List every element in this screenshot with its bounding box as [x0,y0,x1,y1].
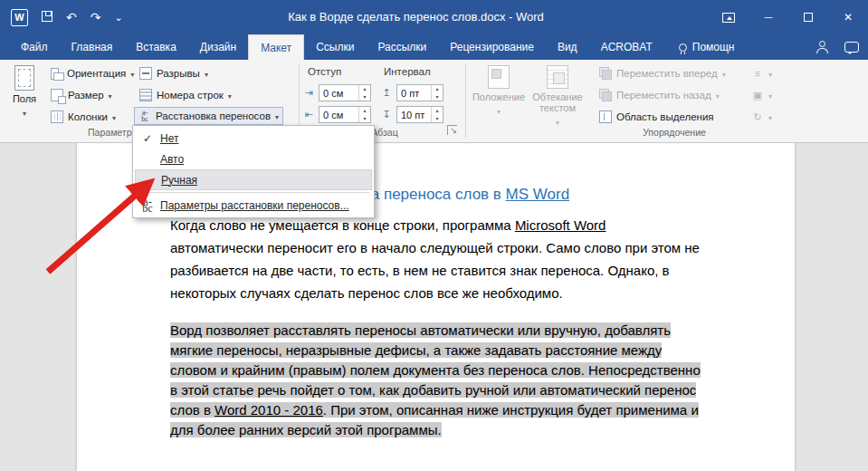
window-title: Как в Ворде сделать перенос слов.docx - … [136,0,696,34]
chevron-down-icon [112,111,116,122]
tab-view[interactable]: Вид [546,34,589,60]
group-separator [465,63,466,138]
red-arrow [32,165,176,283]
tab-design[interactable]: Дизайн [188,34,248,60]
bring-forward-button[interactable]: Переместить вперед [596,64,730,82]
columns-button[interactable]: Колонки [47,108,119,126]
chevron-down-icon [556,116,559,129]
breaks-label: Разрывы [157,68,200,79]
maximize-icon [804,13,813,22]
bring-forward-label: Переместить вперед [616,68,718,79]
indent-right-input[interactable]: 0 см ▴▾ [319,106,371,123]
wrap-text-label: Обтекание текстом [529,91,587,113]
tab-bar-right [816,34,859,60]
indent-left-value: 0 см [323,88,343,99]
spin-up-button[interactable]: ▴ [359,107,370,115]
indent-right-icon: ⇤ [302,109,315,120]
page-size-icon [51,89,63,101]
line-numbers-label: Номера строк [157,90,224,101]
position-button[interactable]: Положение [472,62,525,118]
spin-up-button[interactable]: ▴ [359,85,370,93]
spin-down-button[interactable]: ▾ [432,115,443,123]
spin-down-button[interactable]: ▾ [359,93,370,101]
close-button[interactable]: ✕ [828,0,868,34]
position-label: Положение [472,91,525,102]
quick-access-toolbar: W ↶ ↷ ⌄ [11,0,123,34]
indent-left-input[interactable]: 0 см ▴▾ [319,84,371,101]
qat-customize-button[interactable]: ⌄ [114,0,122,34]
title-bar: W ↶ ↷ ⌄ Как в Ворде сделать перенос слов… [0,0,868,34]
ribbon-display-options-button[interactable] [709,0,749,34]
spacing-after-input[interactable]: 10 пт ▴▾ [396,106,444,123]
send-backward-label: Переместить назад [616,90,711,101]
margins-icon [14,65,34,91]
spin-down-button[interactable]: ▾ [432,93,443,101]
size-button[interactable]: Размер [47,86,116,104]
paragraph-2-underlined: Word 2010 - 2016 [215,402,323,418]
chevron-down-icon [205,68,208,79]
heading-emphasis: MS Word [506,186,570,203]
chevron-down-icon [716,90,720,101]
indent-right-row: ⇤ 0 см ▴▾ [302,106,371,123]
orientation-button[interactable]: Ориентация [47,64,138,82]
hyphenation-icon: a-bc [138,110,151,122]
hyphen-bottom: bc [141,116,148,122]
menu-item-none[interactable]: ✓ Нет [135,128,372,149]
spacing-after-steppers: ▴▾ [431,107,443,122]
spacing-before-icon: ↥ [380,87,393,99]
save-button[interactable] [42,0,52,34]
chevron-down-icon [275,111,279,121]
chevron-down-icon [23,107,26,120]
tab-acrobat[interactable]: ACROBAT [589,34,664,60]
paragraph-1: Когда слово не умещается в конце строки,… [170,214,702,304]
spin-up-button[interactable]: ▴ [432,85,443,93]
size-label: Размер [68,90,104,101]
spacing-before-value: 0 пт [401,88,419,99]
tell-me-label: Помощн [692,41,735,53]
paragraph-1-underlined: Microsoft Word [515,217,606,233]
chevron-down-icon [768,90,772,101]
margins-button[interactable]: Поля [5,62,43,120]
person-head [819,41,825,47]
align-objects-button[interactable]: ≡ [748,64,776,82]
wrap-text-button[interactable]: Обтекание текстом [529,62,587,129]
document-text: Автоматическая расстановка переноса слов… [170,185,702,440]
tab-home[interactable]: Главная [60,34,125,60]
redo-button[interactable]: ↷ [91,0,101,34]
margins-label: Поля [13,93,36,104]
spin-up-button[interactable]: ▴ [432,107,443,115]
group-objects-button[interactable]: ▣ [748,86,776,104]
orientation-icon [51,68,59,80]
spacing-after-value: 10 пт [401,110,424,120]
tell-me-box[interactable]: Помощн [679,34,735,60]
maximize-button[interactable] [788,0,828,34]
spacing-after-row: ↧ 10 пт ▴▾ [380,106,444,123]
selection-pane-button[interactable]: Область выделения [596,108,718,126]
spin-down-button[interactable]: ▾ [359,115,370,123]
tab-layout[interactable]: Макет [248,34,304,60]
tab-file[interactable]: Файл [9,34,60,60]
page-break-icon [139,67,152,80]
comments-icon[interactable] [844,42,859,53]
rotate-objects-icon: ↻ [751,111,764,123]
minimize-button[interactable]: ─ [749,0,788,34]
line-numbers-button[interactable]: Номера строк [136,86,235,104]
tab-review[interactable]: Рецензирование [438,34,546,60]
send-backward-button[interactable]: Переместить назад [596,86,723,104]
breaks-button[interactable]: Разрывы [136,64,212,82]
tab-mailings[interactable]: Рассылки [366,34,438,60]
orientation-label: Ориентация [67,68,126,79]
tab-references[interactable]: Ссылки [304,34,366,60]
rotate-objects-button[interactable]: ↻ [748,108,776,126]
chevron-down-icon [768,111,772,122]
tab-insert[interactable]: Вставка [124,34,188,60]
chevron-down-icon [109,90,112,101]
account-icon[interactable] [816,41,828,53]
undo-button[interactable]: ↶ [66,0,77,34]
hyphenation-button[interactable]: a-bc Расстановка переносов [134,107,283,125]
paragraph-1-text: Когда слово не умещается в конце строки,… [170,217,515,233]
word-logo-icon[interactable]: W [11,9,28,26]
bring-forward-icon [599,67,612,80]
indent-left-icon: ⇥ [302,87,315,99]
spacing-before-input[interactable]: 0 пт ▴▾ [396,84,444,101]
